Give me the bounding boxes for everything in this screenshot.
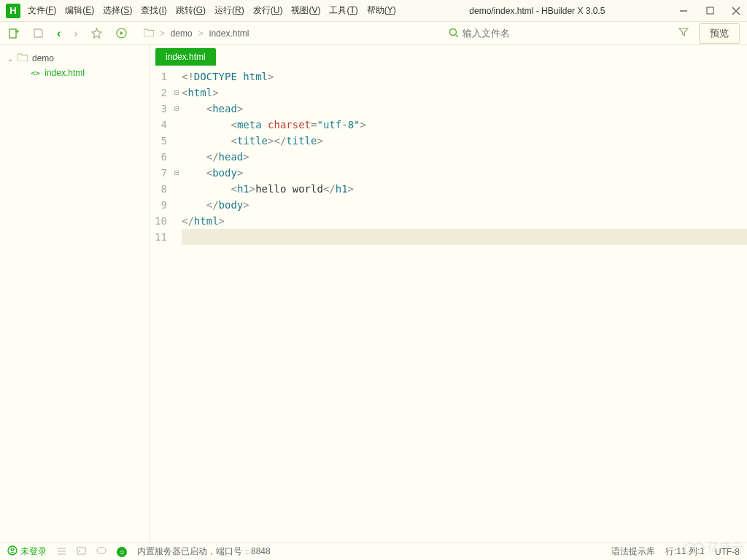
main-area: ⌄ demo <> index.html index.html 12345678…	[0, 45, 747, 542]
search-input[interactable]	[460, 25, 678, 42]
filter-icon[interactable]	[678, 27, 689, 39]
tree-folder-demo[interactable]: ⌄ demo	[0, 51, 149, 66]
minimize-button[interactable]	[678, 6, 689, 16]
menu-item[interactable]: 查找(I)	[141, 4, 166, 17]
nav-forward-icon[interactable]: ›	[74, 27, 77, 40]
code-line[interactable]: </html>	[182, 213, 747, 229]
code-line[interactable]: </body>	[182, 197, 747, 213]
menu-item[interactable]: 选择(S)	[103, 4, 132, 17]
menu-item[interactable]: 运行(R)	[214, 4, 244, 17]
menu-item[interactable]: 发行(U)	[253, 4, 283, 17]
search-box: 预览	[448, 23, 740, 44]
syntax-hint[interactable]: 语法提示库	[611, 545, 655, 558]
fold-column: ⊟⊟⊟	[171, 69, 182, 542]
menu-item[interactable]: 编辑(E)	[65, 4, 94, 17]
save-icon[interactable]	[32, 28, 44, 39]
nav-back-icon[interactable]: ‹	[57, 27, 61, 40]
smiley-icon: ☺	[117, 547, 127, 557]
svg-line-9	[455, 35, 458, 38]
menu-item[interactable]: 文件(F)	[28, 4, 56, 17]
run-icon[interactable]	[116, 28, 128, 39]
fold-toggle	[171, 133, 182, 149]
tree-file-label: index.html	[44, 68, 85, 78]
code-line[interactable]: <html>	[182, 85, 747, 101]
login-status[interactable]: 未登录	[7, 545, 47, 558]
search-icon[interactable]	[448, 28, 460, 39]
fold-toggle[interactable]: ⊟	[171, 101, 182, 117]
toolbar: ‹ › >demo>index.html 预览	[0, 22, 747, 45]
window-controls	[678, 6, 741, 16]
encoding[interactable]: UTF-8	[715, 547, 740, 557]
tab-index-html[interactable]: index.html	[155, 48, 216, 66]
terminal-icon[interactable]	[77, 546, 86, 558]
code-line[interactable]	[182, 229, 747, 245]
menu-item[interactable]: 跳转(G)	[176, 4, 206, 17]
svg-rect-1	[707, 7, 713, 14]
code-line[interactable]: <h1>hello world</h1>	[182, 181, 747, 197]
code-lines[interactable]: <!DOCTYPE html><html> <head> <meta chars…	[182, 69, 747, 542]
star-icon[interactable]	[91, 28, 103, 39]
fold-toggle	[171, 117, 182, 133]
list-icon[interactable]	[57, 546, 66, 558]
tree-file-index[interactable]: <> index.html	[0, 66, 149, 80]
title-bar: H 文件(F)编辑(E)选择(S)查找(I)跳转(G)运行(R)发行(U)视图(…	[0, 0, 747, 22]
code-editor[interactable]: 1234567891011 ⊟⊟⊟ <!DOCTYPE html><html> …	[150, 66, 747, 542]
code-line[interactable]: </head>	[182, 149, 747, 165]
preview-button[interactable]: 预览	[699, 23, 740, 44]
code-line[interactable]: <head>	[182, 101, 747, 117]
fold-toggle	[171, 149, 182, 165]
code-line[interactable]: <meta charset="utf-8">	[182, 117, 747, 133]
code-line[interactable]: <body>	[182, 165, 747, 181]
editor-area: index.html 1234567891011 ⊟⊟⊟ <!DOCTYPE h…	[150, 45, 747, 542]
svg-point-11	[11, 548, 14, 551]
tree-folder-label: demo	[32, 53, 54, 63]
menu-item[interactable]: 帮助(Y)	[367, 4, 396, 17]
chat-icon[interactable]	[96, 546, 107, 558]
login-label: 未登录	[20, 545, 47, 558]
fold-toggle	[171, 181, 182, 197]
breadcrumb-separator: >	[198, 28, 204, 39]
code-line[interactable]: <title></title>	[182, 133, 747, 149]
chevron-down-icon: ⌄	[7, 55, 13, 63]
html-file-icon: <>	[31, 69, 40, 78]
status-bar: 未登录 ☺ 内置服务器已启动，端口号：8848 语法提示库 行:11 列:1 U…	[0, 542, 747, 560]
svg-rect-15	[77, 548, 85, 554]
tab-bar: index.html	[150, 45, 747, 66]
breadcrumb-separator: >	[160, 28, 165, 39]
close-button[interactable]	[731, 6, 741, 16]
server-status: 内置服务器已启动，端口号：8848	[137, 545, 271, 558]
file-explorer: ⌄ demo <> index.html	[0, 45, 150, 542]
fold-toggle	[171, 69, 182, 85]
breadcrumb-segment[interactable]: demo	[171, 28, 193, 39]
svg-rect-4	[9, 29, 16, 38]
code-line[interactable]: <!DOCTYPE html>	[182, 69, 747, 85]
breadcrumb[interactable]: >demo>index.html	[144, 28, 249, 39]
menu-item[interactable]: 视图(V)	[291, 4, 320, 17]
user-icon	[7, 545, 18, 558]
cursor-position: 行:11 列:1	[665, 545, 705, 558]
fold-toggle[interactable]: ⊟	[171, 165, 182, 181]
new-file-icon[interactable]	[7, 28, 19, 39]
menu-item[interactable]: 工具(T)	[329, 4, 357, 17]
breadcrumb-segment[interactable]: index.html	[209, 28, 249, 39]
main-menu: 文件(F)编辑(E)选择(S)查找(I)跳转(G)运行(R)发行(U)视图(V)…	[28, 4, 396, 17]
fold-toggle	[171, 197, 182, 213]
folder-icon	[18, 53, 28, 63]
fold-toggle[interactable]: ⊟	[171, 85, 182, 101]
maximize-button[interactable]	[705, 6, 715, 16]
line-gutter: 1234567891011	[150, 69, 171, 542]
window-title: demo/index.html - HBuilder X 3.0.5	[396, 6, 678, 16]
fold-toggle	[171, 229, 182, 245]
app-logo: H	[6, 4, 20, 18]
fold-toggle	[171, 213, 182, 229]
folder-icon	[144, 28, 154, 39]
svg-point-8	[449, 29, 456, 36]
svg-point-16	[97, 547, 106, 553]
